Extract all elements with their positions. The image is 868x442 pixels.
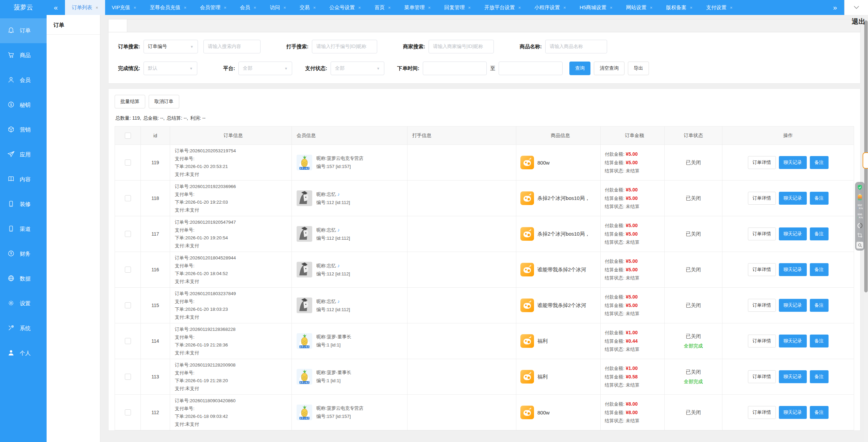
sidebar-item[interactable]: 系统 bbox=[0, 316, 47, 341]
close-icon[interactable]: × bbox=[358, 5, 361, 10]
topbar-tab[interactable]: 网站设置 × bbox=[619, 0, 660, 15]
sidebar-item[interactable]: 营销 bbox=[0, 118, 47, 142]
sidebar-item[interactable]: 订单 bbox=[0, 18, 47, 43]
status-tab[interactable] bbox=[164, 19, 182, 32]
chat-log-button[interactable]: 聊天记录 bbox=[779, 299, 807, 312]
clear-query-button[interactable]: 清空查询 bbox=[594, 62, 624, 75]
close-icon[interactable]: × bbox=[563, 5, 566, 10]
extension-handle[interactable] bbox=[863, 152, 868, 169]
platform-select[interactable]: 全部▼ bbox=[238, 62, 292, 75]
batch-settle-button[interactable]: 批量结算 bbox=[115, 95, 145, 108]
submenu-item[interactable] bbox=[47, 108, 100, 123]
record-circle-icon[interactable] bbox=[856, 222, 863, 229]
status-tab[interactable] bbox=[219, 19, 237, 32]
remark-button[interactable]: 备注 bbox=[810, 335, 829, 347]
status-tab[interactable] bbox=[293, 19, 311, 32]
merchant-search-input[interactable]: 请输入商家编号|ID|昵称 bbox=[429, 40, 494, 53]
close-icon[interactable]: × bbox=[283, 5, 286, 10]
sidebar-item[interactable]: 数据 bbox=[0, 267, 47, 291]
topbar-tab[interactable]: 小程序设置 × bbox=[528, 0, 573, 15]
status-tab[interactable] bbox=[146, 19, 164, 32]
topbar-tab[interactable]: 首页 × bbox=[368, 0, 398, 15]
order-detail-button[interactable]: 订单详情 bbox=[748, 299, 776, 312]
chat-log-button[interactable]: 聊天记录 bbox=[779, 370, 807, 383]
status-tab[interactable] bbox=[274, 19, 293, 32]
battery-status-icon[interactable] bbox=[856, 194, 863, 201]
sidebar-item[interactable]: $ 秘钥 bbox=[0, 93, 47, 118]
remark-button[interactable]: 备注 bbox=[810, 370, 829, 383]
select-all-checkbox[interactable] bbox=[125, 133, 131, 139]
remark-button[interactable]: 备注 bbox=[810, 192, 829, 205]
submenu-item[interactable] bbox=[47, 73, 100, 88]
submenu-item[interactable] bbox=[47, 90, 100, 105]
order-detail-button[interactable]: 订单详情 bbox=[748, 192, 776, 205]
finish-select[interactable]: 默认▼ bbox=[144, 62, 197, 75]
topbar-tab[interactable]: 回复管理 × bbox=[437, 0, 478, 15]
row-checkbox[interactable] bbox=[125, 409, 131, 415]
close-icon[interactable]: × bbox=[518, 5, 521, 10]
chat-log-button[interactable]: 聊天记录 bbox=[779, 263, 807, 276]
topbar-tab[interactable]: 会员 × bbox=[233, 0, 263, 15]
tabs-overflow-button[interactable]: » bbox=[826, 0, 844, 15]
submenu-item[interactable] bbox=[47, 37, 100, 52]
topbar-tab[interactable]: 会员管理 × bbox=[193, 0, 233, 15]
topbar-tab[interactable]: 开放平台设置 × bbox=[478, 0, 528, 15]
search-zoom-icon[interactable] bbox=[856, 242, 863, 249]
order-time-start-input[interactable] bbox=[423, 62, 487, 75]
sidebar-item[interactable]: 商品 bbox=[0, 43, 47, 68]
pay-status-select[interactable]: 全部▼ bbox=[331, 62, 384, 75]
status-tab[interactable] bbox=[237, 19, 256, 32]
topbar-tab[interactable]: 交易 × bbox=[293, 0, 323, 15]
shield-check-icon[interactable] bbox=[856, 184, 863, 191]
status-tab[interactable] bbox=[182, 19, 201, 32]
order-search-type-select[interactable]: 订单编号▼ bbox=[144, 40, 198, 53]
status-tab[interactable] bbox=[201, 19, 219, 32]
order-search-input[interactable]: 请输入搜索内容 bbox=[203, 40, 261, 53]
status-tab[interactable] bbox=[256, 19, 274, 32]
order-time-end-input[interactable] bbox=[499, 62, 563, 75]
topbar-tab[interactable]: VIP充值 × bbox=[105, 0, 143, 15]
topbar-tab[interactable]: 订单列表 × bbox=[65, 0, 105, 15]
close-icon[interactable]: × bbox=[388, 5, 391, 10]
sidebar-item[interactable]: 个人 bbox=[0, 341, 47, 366]
status-tab[interactable] bbox=[108, 19, 127, 32]
sidebar-item[interactable]: 装修 bbox=[0, 192, 47, 217]
close-icon[interactable]: × bbox=[650, 5, 653, 10]
close-icon[interactable]: × bbox=[610, 5, 613, 10]
remark-button[interactable]: 备注 bbox=[810, 299, 829, 312]
sidebar-item[interactable]: 应用 bbox=[0, 142, 47, 167]
row-checkbox[interactable] bbox=[125, 302, 131, 308]
chat-log-button[interactable]: 聊天记录 bbox=[779, 227, 807, 240]
remark-button[interactable]: 备注 bbox=[810, 406, 829, 419]
collapse-sidebar-button[interactable]: « bbox=[47, 0, 65, 15]
close-icon[interactable]: × bbox=[224, 5, 227, 10]
row-checkbox[interactable] bbox=[125, 267, 131, 273]
chat-log-button[interactable]: 聊天记录 bbox=[779, 335, 807, 347]
tabs-dropdown-button[interactable] bbox=[844, 0, 868, 15]
order-detail-button[interactable]: 订单详情 bbox=[748, 370, 776, 383]
product-name-input[interactable]: 请输入商品名称 bbox=[545, 40, 607, 53]
topbar-tab[interactable]: 访问 × bbox=[263, 0, 293, 15]
order-detail-button[interactable]: 订单详情 bbox=[748, 406, 776, 419]
hitter-search-input[interactable]: 请输入打手编号|ID|昵称 bbox=[312, 40, 377, 53]
row-checkbox[interactable] bbox=[125, 231, 131, 237]
remark-button[interactable]: 备注 bbox=[810, 263, 829, 276]
query-button[interactable]: 查询 bbox=[569, 62, 590, 75]
order-detail-button[interactable]: 订单详情 bbox=[748, 156, 776, 169]
close-icon[interactable]: × bbox=[730, 5, 733, 10]
close-icon[interactable]: × bbox=[690, 5, 692, 10]
row-checkbox[interactable] bbox=[125, 374, 131, 380]
cancel-order-button[interactable]: 取消订单 bbox=[149, 95, 179, 108]
crop-screenshot-icon[interactable] bbox=[856, 232, 863, 239]
sidebar-item[interactable]: 设置 bbox=[0, 291, 47, 316]
close-icon[interactable]: × bbox=[184, 5, 186, 10]
row-checkbox[interactable] bbox=[125, 338, 131, 344]
close-icon[interactable]: × bbox=[313, 5, 316, 10]
order-detail-button[interactable]: 订单详情 bbox=[748, 227, 776, 240]
export-button[interactable]: 导出 bbox=[628, 62, 649, 75]
chat-log-button[interactable]: 聊天记录 bbox=[779, 192, 807, 205]
close-icon[interactable]: × bbox=[96, 5, 98, 10]
submenu-item[interactable] bbox=[47, 126, 100, 141]
remark-button[interactable]: 备注 bbox=[810, 227, 829, 240]
status-tab[interactable] bbox=[127, 19, 146, 32]
